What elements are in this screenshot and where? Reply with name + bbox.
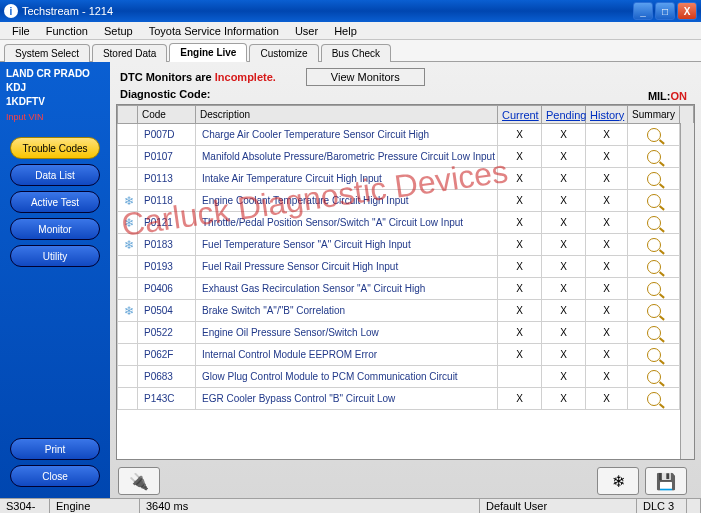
dtc-description: EGR Cooler Bypass Control "B" Circuit Lo… bbox=[196, 388, 498, 410]
input-vin-link[interactable]: Input VIN bbox=[6, 112, 104, 122]
table-row[interactable]: P0522Engine Oil Pressure Sensor/Switch L… bbox=[118, 322, 694, 344]
summary-cell[interactable] bbox=[628, 212, 680, 234]
summary-cell[interactable] bbox=[628, 388, 680, 410]
menu-file[interactable]: File bbox=[4, 25, 38, 37]
current-cell: X bbox=[498, 322, 542, 344]
diagnostic-code-label: Diagnostic Code: bbox=[110, 88, 701, 102]
summary-cell[interactable] bbox=[628, 278, 680, 300]
trouble-codes-button[interactable]: Trouble Codes bbox=[10, 137, 100, 159]
current-cell: X bbox=[498, 256, 542, 278]
freeze-frame-icon bbox=[118, 124, 138, 146]
tab-engine-live[interactable]: Engine Live bbox=[169, 43, 247, 62]
dtc-code: P0113 bbox=[138, 168, 196, 190]
menu-function[interactable]: Function bbox=[38, 25, 96, 37]
tab-stored-data[interactable]: Stored Data bbox=[92, 44, 167, 62]
dtc-description: Intake Air Temperature Circuit High Inpu… bbox=[196, 168, 498, 190]
table-row[interactable]: P143CEGR Cooler Bypass Control "B" Circu… bbox=[118, 388, 694, 410]
col-code[interactable]: Code bbox=[138, 106, 196, 124]
table-row[interactable]: ❄P0504Brake Switch "A"/"B" CorrelationXX… bbox=[118, 300, 694, 322]
table-row[interactable]: P007DCharge Air Cooler Temperature Senso… bbox=[118, 124, 694, 146]
current-cell bbox=[498, 366, 542, 388]
summary-cell[interactable] bbox=[628, 256, 680, 278]
summary-cell[interactable] bbox=[628, 234, 680, 256]
summary-cell[interactable] bbox=[628, 124, 680, 146]
status-dlc: DLC 3 bbox=[637, 499, 687, 513]
freeze-frame-icon bbox=[118, 146, 138, 168]
connector-icon-button[interactable]: 🔌 bbox=[118, 467, 160, 495]
freeze-frame-icon bbox=[118, 168, 138, 190]
magnifier-icon bbox=[647, 238, 661, 252]
history-cell: X bbox=[586, 366, 628, 388]
tab-bus-check[interactable]: Bus Check bbox=[321, 44, 391, 62]
close-button[interactable]: Close bbox=[10, 465, 100, 487]
save-icon-button[interactable]: 💾 bbox=[645, 467, 687, 495]
minimize-button[interactable]: _ bbox=[633, 2, 653, 20]
history-cell: X bbox=[586, 124, 628, 146]
status-user: Default User bbox=[480, 499, 637, 513]
menu-help[interactable]: Help bbox=[326, 25, 365, 37]
data-list-button[interactable]: Data List bbox=[10, 164, 100, 186]
history-cell: X bbox=[586, 388, 628, 410]
table-row[interactable]: P0406Exhaust Gas Recirculation Sensor "A… bbox=[118, 278, 694, 300]
monitor-button[interactable]: Monitor bbox=[10, 218, 100, 240]
summary-cell[interactable] bbox=[628, 190, 680, 212]
pending-cell: X bbox=[542, 124, 586, 146]
dtc-description: Brake Switch "A"/"B" Correlation bbox=[196, 300, 498, 322]
summary-cell[interactable] bbox=[628, 168, 680, 190]
history-cell: X bbox=[586, 344, 628, 366]
current-cell: X bbox=[498, 212, 542, 234]
freeze-icon-button[interactable]: ❄ bbox=[597, 467, 639, 495]
col-current[interactable]: Current bbox=[498, 106, 542, 124]
magnifier-icon bbox=[647, 216, 661, 230]
dtc-code: P062F bbox=[138, 344, 196, 366]
history-cell: X bbox=[586, 168, 628, 190]
summary-cell[interactable] bbox=[628, 146, 680, 168]
status-bar: S304-01 Engine 3640 ms Default User DLC … bbox=[0, 498, 701, 513]
dtc-code: P0121 bbox=[138, 212, 196, 234]
summary-cell[interactable] bbox=[628, 366, 680, 388]
vertical-scrollbar[interactable] bbox=[680, 123, 694, 459]
tab-customize[interactable]: Customize bbox=[249, 44, 318, 62]
col-description[interactable]: Description bbox=[196, 106, 498, 124]
active-test-button[interactable]: Active Test bbox=[10, 191, 100, 213]
pending-cell: X bbox=[542, 256, 586, 278]
print-button[interactable]: Print bbox=[10, 438, 100, 460]
table-row[interactable]: P0193Fuel Rail Pressure Sensor Circuit H… bbox=[118, 256, 694, 278]
menu-user[interactable]: User bbox=[287, 25, 326, 37]
maximize-button[interactable]: □ bbox=[655, 2, 675, 20]
menu-bar: FileFunctionSetupToyota Service Informat… bbox=[0, 22, 701, 40]
summary-cell[interactable] bbox=[628, 344, 680, 366]
dtc-description: Fuel Rail Pressure Sensor Circuit High I… bbox=[196, 256, 498, 278]
col-history[interactable]: History bbox=[586, 106, 628, 124]
col-pending[interactable]: Pending bbox=[542, 106, 586, 124]
table-row[interactable]: ❄P0183Fuel Temperature Sensor "A" Circui… bbox=[118, 234, 694, 256]
table-row[interactable]: P0113Intake Air Temperature Circuit High… bbox=[118, 168, 694, 190]
table-row[interactable]: ❄P0121Throttle/Pedal Position Sensor/Swi… bbox=[118, 212, 694, 234]
menu-setup[interactable]: Setup bbox=[96, 25, 141, 37]
freeze-frame-icon bbox=[118, 278, 138, 300]
table-row[interactable]: P0107Manifold Absolute Pressure/Barometr… bbox=[118, 146, 694, 168]
dtc-description: Glow Plug Control Module to PCM Communic… bbox=[196, 366, 498, 388]
dtc-description: Engine Oil Pressure Sensor/Switch Low bbox=[196, 322, 498, 344]
tab-system-select[interactable]: System Select bbox=[4, 44, 90, 62]
col-freeze[interactable] bbox=[118, 106, 138, 124]
current-cell: X bbox=[498, 278, 542, 300]
col-summary[interactable]: Summary bbox=[628, 106, 680, 124]
window-title: Techstream - 1214 bbox=[22, 5, 113, 17]
vehicle-variant: KDJ bbox=[6, 82, 104, 94]
view-monitors-button[interactable]: View Monitors bbox=[306, 68, 425, 86]
main-panel: DTC Monitors are Incomplete. View Monito… bbox=[110, 62, 701, 498]
table-row[interactable]: ❄P0118Engine Coolant Temperature Circuit… bbox=[118, 190, 694, 212]
table-row[interactable]: P062FInternal Control Module EEPROM Erro… bbox=[118, 344, 694, 366]
current-cell: X bbox=[498, 146, 542, 168]
menu-toyota-service-information[interactable]: Toyota Service Information bbox=[141, 25, 287, 37]
pending-cell: X bbox=[542, 344, 586, 366]
close-window-button[interactable]: X bbox=[677, 2, 697, 20]
pending-cell: X bbox=[542, 278, 586, 300]
utility-button[interactable]: Utility bbox=[10, 245, 100, 267]
dtc-status: Incomplete. bbox=[215, 71, 276, 83]
summary-cell[interactable] bbox=[628, 300, 680, 322]
dtc-code: P0406 bbox=[138, 278, 196, 300]
summary-cell[interactable] bbox=[628, 322, 680, 344]
table-row[interactable]: P0683Glow Plug Control Module to PCM Com… bbox=[118, 366, 694, 388]
